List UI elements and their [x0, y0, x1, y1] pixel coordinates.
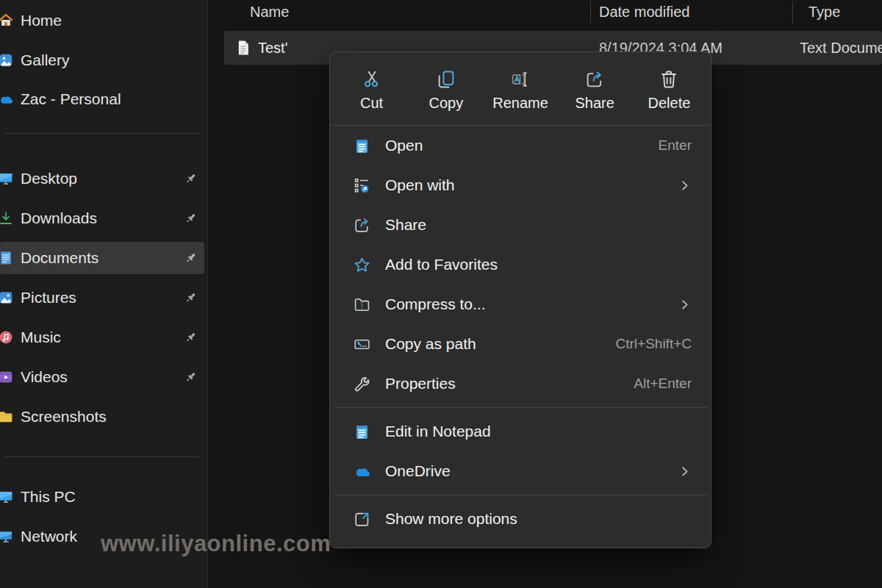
sidebar-item-label: Music [21, 329, 61, 346]
column-header-date-modified[interactable]: Date modified [599, 0, 689, 24]
rename-button[interactable]: Rename [483, 57, 557, 123]
pin-icon [184, 252, 197, 265]
sidebar-item-videos[interactable]: Videos [0, 361, 204, 393]
sidebar-item-documents[interactable]: Documents [0, 242, 204, 274]
column-header-name[interactable]: Name [250, 0, 289, 24]
menu-item-label: Edit in Notepad [385, 423, 692, 440]
file-name: Test' [258, 31, 288, 65]
sidebar-divider [4, 133, 200, 134]
menu-item-open[interactable]: Open Enter [330, 126, 711, 165]
network-icon [0, 528, 14, 545]
menu-item-share[interactable]: Share [330, 205, 711, 245]
menu-item-show-more-options[interactable]: Show more options [330, 499, 711, 539]
menu-item-label: Share [385, 216, 692, 234]
delete-button[interactable]: Delete [632, 57, 706, 123]
file-type: Text Docume [800, 31, 882, 65]
pictures-icon [0, 290, 14, 306]
menu-item-label: Open with [385, 176, 670, 194]
show-more-icon [353, 510, 371, 528]
watermark-text: www.iliyaonline.com [101, 531, 331, 557]
gallery-icon [0, 52, 14, 68]
context-menu-separator [334, 495, 707, 495]
cut-icon [362, 69, 382, 90]
copy-button[interactable]: Copy [409, 57, 483, 123]
sidebar-item-label: Pictures [21, 289, 76, 306]
sidebar-item-label: Home [21, 12, 62, 29]
wrench-icon [353, 375, 371, 393]
onedrive-icon [353, 462, 371, 481]
share-button[interactable]: Share [558, 57, 632, 123]
menu-item-add-to-favorites[interactable]: Add to Favorites [330, 245, 711, 284]
sidebar-item-label: Screenshots [21, 408, 107, 426]
text-document-icon [234, 39, 252, 57]
videos-icon [0, 369, 14, 385]
quick-action-label: Copy [429, 95, 463, 112]
sidebar-item-label: Downloads [21, 209, 97, 227]
menu-item-open-with[interactable]: Open with [330, 165, 711, 205]
menu-item-compress-to[interactable]: Compress to... [330, 284, 711, 324]
menu-item-label: Properties [385, 375, 634, 392]
onedrive-icon [0, 91, 14, 107]
star-icon [353, 256, 371, 274]
quick-action-label: Cut [360, 95, 383, 112]
context-menu: Cut Copy Rename Share Delete [329, 51, 711, 548]
menu-item-copy-as-path[interactable]: Copy as path Ctrl+Shift+C [330, 324, 711, 364]
open-with-icon [353, 176, 371, 195]
menu-item-label: Add to Favorites [385, 256, 692, 273]
sidebar-item-label: Gallery [21, 51, 70, 69]
notepad-icon [353, 137, 371, 155]
sidebar-item-music[interactable]: Music [0, 321, 204, 354]
desktop-icon [0, 171, 14, 187]
navigation-sidebar: Home Gallery Zac - Personal Desktop Down… [0, 0, 208, 588]
quick-action-label: Rename [492, 95, 548, 112]
context-menu-quick-actions: Cut Copy Rename Share Delete [330, 54, 711, 123]
sidebar-item-zac-personal[interactable]: Zac - Personal [0, 83, 204, 115]
menu-item-edit-in-notepad[interactable]: Edit in Notepad [330, 412, 711, 451]
pin-icon [184, 292, 197, 304]
menu-item-label: Open [385, 137, 659, 154]
sidebar-item-label: Desktop [21, 170, 77, 187]
menu-item-properties[interactable]: Properties Alt+Enter [330, 364, 711, 404]
menu-item-label: OneDrive [385, 462, 670, 480]
submenu-chevron-icon [678, 298, 692, 312]
quick-action-label: Share [576, 95, 614, 112]
this-pc-icon [0, 489, 14, 505]
sidebar-item-this-pc[interactable]: This PC [0, 481, 204, 513]
menu-item-label: Show more options [385, 510, 692, 528]
menu-item-shortcut: Alt+Enter [634, 376, 692, 392]
sidebar-item-gallery[interactable]: Gallery [0, 44, 204, 76]
menu-item-label: Compress to... [385, 295, 670, 313]
sidebar-item-screenshots[interactable]: Screenshots [0, 401, 204, 433]
documents-icon [0, 250, 14, 266]
copy-as-path-icon [353, 335, 371, 354]
compress-folder-icon [353, 295, 371, 314]
sidebar-item-label: Network [21, 528, 77, 545]
quick-action-label: Delete [648, 95, 691, 112]
submenu-chevron-icon [678, 465, 692, 478]
menu-item-shortcut: Enter [659, 137, 692, 154]
rename-icon [510, 69, 531, 90]
menu-item-shortcut: Ctrl+Shift+C [616, 336, 692, 352]
menu-item-label: Copy as path [385, 335, 616, 353]
column-divider[interactable] [792, 1, 793, 23]
column-divider[interactable] [590, 1, 591, 23]
delete-icon [659, 69, 679, 90]
pin-icon [184, 331, 197, 344]
share-icon [584, 69, 605, 90]
share-icon [353, 216, 371, 234]
copy-icon [436, 69, 456, 90]
sidebar-divider [4, 456, 200, 457]
sidebar-item-label: This PC [21, 488, 76, 506]
sidebar-item-desktop[interactable]: Desktop [0, 162, 204, 195]
menu-item-onedrive[interactable]: OneDrive [330, 451, 711, 491]
column-header-type[interactable]: Type [808, 0, 840, 24]
pin-icon [184, 173, 197, 185]
home-icon [0, 12, 14, 29]
sidebar-item-downloads[interactable]: Downloads [0, 202, 204, 234]
sidebar-item-home[interactable]: Home [0, 4, 204, 37]
pin-icon [184, 212, 197, 225]
sidebar-item-label: Videos [21, 368, 68, 386]
cut-button[interactable]: Cut [334, 57, 409, 123]
context-menu-separator [334, 407, 707, 408]
sidebar-item-pictures[interactable]: Pictures [0, 282, 204, 314]
